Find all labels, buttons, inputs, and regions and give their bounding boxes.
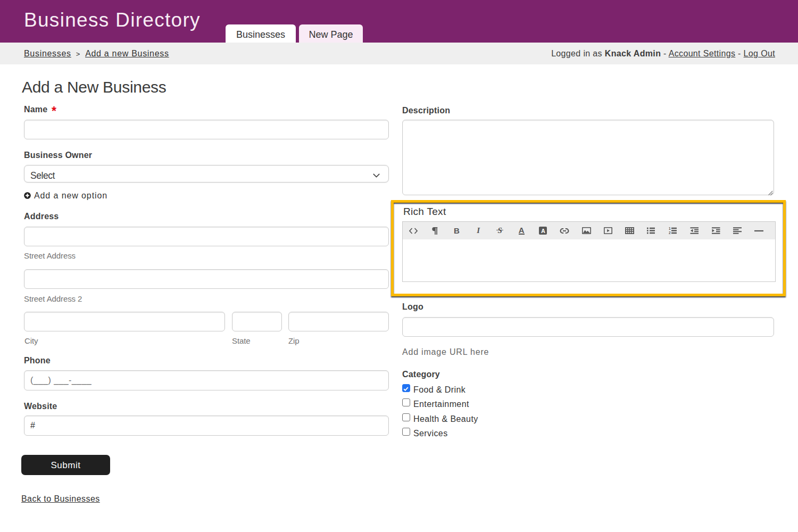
svg-text:1: 1 <box>669 227 671 230</box>
svg-text:2: 2 <box>669 231 671 234</box>
